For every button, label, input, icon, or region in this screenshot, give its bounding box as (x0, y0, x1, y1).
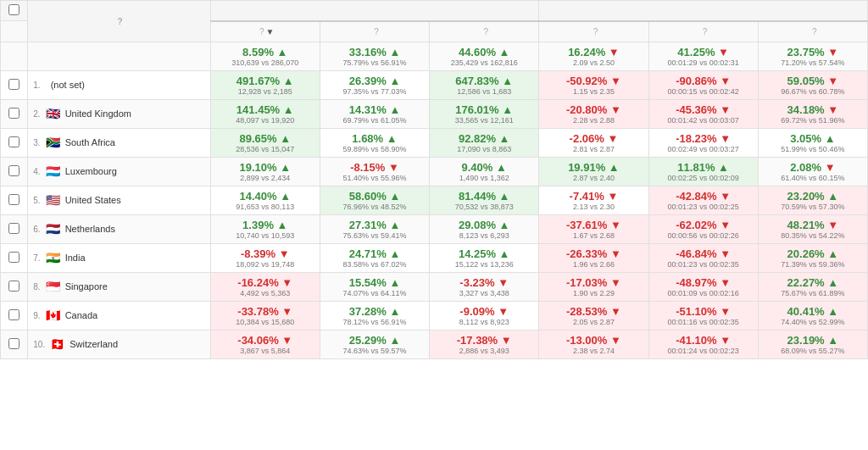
row-checkbox-cell[interactable] (1, 157, 28, 186)
row-checkbox[interactable] (8, 108, 19, 119)
data-cell: -2.06% ▼ 2.81 vs 2.87 (539, 128, 648, 157)
pct-new-sessions-header[interactable]: ? (320, 21, 429, 42)
summary-country-cell (28, 42, 210, 70)
data-cell: -26.33% ▼ 1.96 vs 2.66 (539, 243, 648, 272)
row-checkbox[interactable] (8, 281, 19, 292)
select-all-header[interactable] (1, 1, 28, 21)
data-cell: 11.81% ▲ 00:02:25 vs 00:02:09 (648, 157, 758, 186)
data-cell: -17.03% ▼ 1.90 vs 2.29 (539, 272, 648, 301)
trend-down-icon: ▼ (281, 334, 292, 347)
data-cell: 176.01% ▲ 33,565 vs 12,161 (430, 99, 539, 128)
trend-up-icon: ▲ (389, 305, 400, 318)
data-cell: 29.08% ▲ 8,123 vs 6,293 (430, 214, 539, 243)
data-cell: 2.08% ▼ 61.40% vs 60.15% (758, 157, 867, 186)
data-cell: -13.00% ▼ 2.38 vs 2.74 (539, 330, 648, 358)
trend-down-icon: ▼ (720, 103, 731, 116)
new-users-help-icon[interactable]: ? (483, 27, 488, 36)
data-cell: 3.05% ▲ 51.99% vs 50.46% (758, 128, 867, 157)
trend-up-icon: ▲ (389, 46, 400, 58)
sessions-sort-icon[interactable]: ▼ (266, 27, 275, 36)
row-checkbox[interactable] (8, 338, 19, 349)
trend-up-icon: ▲ (277, 219, 288, 231)
table-row: 5. 🇺🇸 United States 14.40% ▲ 91,653 vs 8… (1, 186, 868, 214)
row-checkbox-cell[interactable] (1, 272, 28, 301)
trend-up-icon: ▲ (389, 75, 400, 87)
trend-down-icon: ▼ (498, 305, 509, 318)
country-flag: 🇿🇦 (46, 136, 60, 149)
num-subheader (1, 21, 28, 42)
country-name: Netherlands (65, 224, 115, 234)
bounce-help-icon[interactable]: ? (812, 27, 817, 36)
trend-up-icon: ▲ (502, 103, 513, 116)
data-cell: 25.29% ▲ 74.63% vs 59.57% (320, 330, 429, 358)
data-cell: 15.54% ▲ 74.07% vs 64.11% (320, 272, 429, 301)
data-cell: 59.05% ▼ 96.67% vs 60.78% (758, 70, 867, 99)
new-users-header[interactable]: ? (430, 21, 539, 42)
trend-down-icon: ▼ (388, 161, 399, 174)
pct-new-help-icon[interactable]: ? (374, 27, 379, 36)
summary-checkbox-cell (1, 42, 28, 70)
country-help-icon[interactable]: ? (117, 17, 122, 26)
data-cell: 48.21% ▼ 80.35% vs 54.22% (758, 214, 867, 243)
row-checkbox[interactable] (8, 79, 19, 90)
data-cell: 1.39% ▲ 10,740 vs 10,593 (210, 214, 320, 243)
pages-session-header[interactable]: ? (539, 21, 648, 42)
data-cell: 26.39% ▲ 97.35% vs 77.03% (320, 70, 429, 99)
row-checkbox-cell[interactable] (1, 243, 28, 272)
row-checkbox-cell[interactable] (1, 99, 28, 128)
avg-duration-header[interactable]: ? (648, 21, 758, 42)
data-cell: -37.61% ▼ 1.67 vs 2.68 (539, 214, 648, 243)
data-cell: -8.39% ▼ 18,092 vs 19,748 (210, 243, 320, 272)
sessions-help-icon[interactable]: ? (259, 27, 264, 36)
country-flag: 🇬🇧 (46, 107, 60, 120)
row-checkbox-cell[interactable] (1, 214, 28, 243)
country-cell: 8. 🇸🇬 Singapore (28, 272, 210, 301)
data-cell: 14.25% ▲ 15,122 vs 13,236 (430, 243, 539, 272)
row-checkbox-cell[interactable] (1, 186, 28, 214)
data-cell: 19.91% ▲ 2.87 vs 2.40 (539, 157, 648, 186)
bounce-rate-header[interactable]: ? (758, 21, 867, 42)
trend-up-icon: ▲ (389, 334, 400, 347)
trend-down-icon: ▼ (610, 276, 621, 289)
row-checkbox[interactable] (8, 252, 19, 263)
data-cell: -42.84% ▼ 00:01:23 vs 00:02:25 (648, 186, 758, 214)
row-checkbox-cell[interactable] (1, 301, 28, 330)
trend-down-icon: ▼ (827, 219, 838, 231)
avg-dur-help-icon[interactable]: ? (703, 27, 708, 36)
trend-down-icon: ▼ (825, 161, 836, 174)
data-cell: 141.45% ▲ 48,097 vs 19,920 (210, 99, 320, 128)
row-checkbox-cell[interactable] (1, 128, 28, 157)
row-checkbox-cell[interactable] (1, 70, 28, 99)
pages-help-icon[interactable]: ? (593, 27, 598, 36)
trend-down-icon: ▼ (720, 305, 731, 318)
data-cell: 14.31% ▲ 69.79% vs 61.05% (320, 99, 429, 128)
row-number: 2. (33, 109, 40, 119)
row-checkbox-cell[interactable] (1, 330, 28, 358)
country-name: India (65, 253, 86, 263)
country-name: United Kingdom (65, 108, 131, 119)
row-number: 5. (33, 196, 40, 205)
trend-down-icon: ▼ (610, 219, 621, 231)
row-checkbox[interactable] (8, 194, 19, 205)
trend-up-icon: ▲ (827, 305, 838, 318)
table-row: 4. 🇱🇺 Luxembourg 19.10% ▲ 2,899 vs 2,434… (1, 157, 868, 186)
country-flag: 🇺🇸 (46, 193, 60, 207)
trend-down-icon: ▼ (607, 190, 618, 203)
trend-up-icon: ▲ (825, 132, 836, 145)
trend-down-icon: ▼ (827, 46, 838, 58)
row-checkbox[interactable] (8, 136, 19, 147)
table-row: 3. 🇿🇦 South Africa 89.65% ▲ 28,536 vs 15… (1, 128, 868, 157)
trend-up-icon: ▲ (389, 190, 400, 203)
row-checkbox[interactable] (8, 223, 19, 234)
row-checkbox[interactable] (8, 309, 19, 320)
data-cell: -18.23% ▼ 00:02:49 vs 00:03:27 (648, 128, 758, 157)
data-cell: 44.60% ▲ 235,429 vs 162,816 (430, 42, 539, 70)
data-cell: 41.25% ▼ 00:01:29 vs 00:02:31 (648, 42, 758, 70)
summary-row: 8.59% ▲ 310,639 vs 286,070 33.16% ▲ 75.7… (1, 42, 868, 70)
sessions-header[interactable]: ? ▼ (210, 21, 320, 42)
trend-down-icon: ▼ (607, 132, 618, 145)
select-all-checkbox[interactable] (8, 4, 19, 15)
trend-up-icon: ▲ (280, 190, 291, 203)
data-cell: 23.75% ▼ 71.20% vs 57.54% (758, 42, 867, 70)
row-checkbox[interactable] (8, 165, 19, 176)
